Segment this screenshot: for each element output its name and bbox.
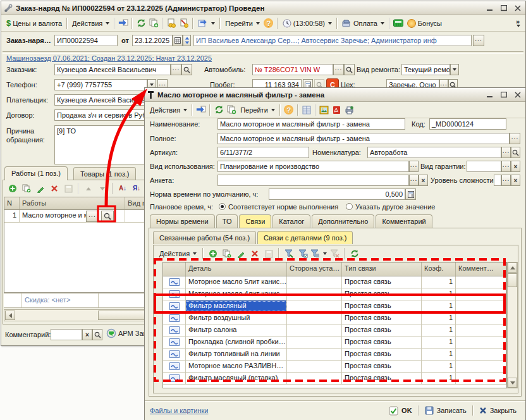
close-button[interactable]: Закрыть bbox=[475, 407, 520, 414]
work-open-search-icon[interactable] bbox=[101, 211, 114, 222]
radio-other-value-label[interactable]: Указать другое значение bbox=[355, 203, 435, 211]
calendar-icon[interactable] bbox=[173, 35, 183, 46]
add-row-icon[interactable] bbox=[207, 247, 219, 260]
col-comment[interactable]: Коммент… bbox=[456, 262, 506, 276]
filter-set-icon[interactable] bbox=[283, 247, 295, 260]
complexity-ellipsis-button[interactable] bbox=[501, 175, 511, 186]
organization-ellipsis-button[interactable] bbox=[473, 35, 484, 46]
scroll-down-icon[interactable] bbox=[508, 378, 517, 388]
comment-search-icon[interactable] bbox=[92, 329, 102, 340]
warranty-clear-icon[interactable]: × bbox=[511, 161, 520, 172]
nomenclature-ellipsis-button[interactable] bbox=[501, 147, 511, 158]
ok-button[interactable]: OK bbox=[385, 406, 416, 416]
dialog-tab[interactable]: Нормы времени bbox=[150, 214, 215, 228]
repair-type-dropdown-icon[interactable] bbox=[450, 64, 459, 75]
col-side[interactable]: Сторона уста… bbox=[287, 262, 342, 276]
end-edit-icon[interactable] bbox=[62, 182, 75, 195]
dialog-subtab[interactable]: Связи с деталями (9 поз.) bbox=[257, 231, 353, 244]
back-to-list-icon[interactable] bbox=[117, 17, 130, 30]
repair-type-select[interactable]: Текущий ремонт bbox=[401, 64, 450, 75]
dialog-tab[interactable]: ТО bbox=[216, 214, 238, 228]
customer-ellipsis-button[interactable] bbox=[171, 64, 181, 75]
links-table-row[interactable]: Моторное масло 4лит канис… Простая связь… bbox=[163, 288, 506, 300]
picture-icon[interactable] bbox=[318, 104, 331, 116]
add-row-icon[interactable] bbox=[6, 182, 19, 195]
complexity-clear-icon[interactable]: × bbox=[511, 175, 520, 186]
scroll-up-icon[interactable] bbox=[508, 262, 517, 273]
actions-menu-button[interactable]: Действия bbox=[70, 18, 112, 28]
dialog-subtab[interactable]: Связанные работы (54 поз.) bbox=[153, 231, 256, 244]
copy-row-icon[interactable] bbox=[20, 182, 33, 195]
help-icon[interactable]: ? bbox=[262, 17, 275, 30]
radio-matches-norm[interactable] bbox=[219, 203, 226, 210]
toolbar-overflow-icon[interactable]: » bbox=[513, 18, 523, 28]
sort-desc-icon[interactable]: Я↓ bbox=[130, 182, 143, 195]
links-vscrollbar[interactable] bbox=[507, 262, 518, 388]
filter-clear-icon[interactable] bbox=[328, 247, 341, 260]
copy-add-icon[interactable] bbox=[147, 17, 160, 30]
col-type[interactable]: Тип связи bbox=[342, 262, 422, 276]
label-print-icon[interactable] bbox=[343, 104, 356, 116]
links-table-row[interactable]: Фильтр масляный (вставка) Простая связь … bbox=[163, 373, 506, 385]
car-ellipsis-button[interactable] bbox=[333, 64, 344, 75]
filter-history-icon[interactable] bbox=[310, 249, 327, 258]
copy-add-icon[interactable] bbox=[225, 104, 238, 116]
post-document-icon[interactable] bbox=[165, 17, 178, 30]
history-link[interactable]: Машинозаезд 07.06.2021; Создан 23.12.202… bbox=[6, 54, 212, 62]
refresh-icon[interactable] bbox=[135, 17, 147, 30]
code-field[interactable]: _MD0000124 bbox=[429, 118, 506, 130]
questionnaire-field[interactable] bbox=[217, 175, 409, 186]
close-icon[interactable] bbox=[513, 90, 523, 99]
edit-row-icon[interactable] bbox=[34, 182, 47, 195]
links-table-row[interactable]: Прокладка (сливной пробки… Простая связь… bbox=[163, 337, 506, 349]
radio-other-value[interactable] bbox=[346, 203, 353, 210]
pdf-export-icon[interactable] bbox=[331, 104, 343, 116]
comment-clear-icon[interactable]: × bbox=[82, 329, 92, 340]
radio-matches-norm-label[interactable]: Соответствует норме выполнения bbox=[228, 203, 338, 211]
back-to-list-icon[interactable] bbox=[195, 104, 207, 116]
date-spinner[interactable] bbox=[183, 35, 191, 46]
comment-field[interactable] bbox=[51, 329, 82, 340]
links-table-row[interactable]: Фильтр топливный на линии Простая связь … bbox=[163, 349, 506, 361]
vscroll-thumb[interactable] bbox=[508, 273, 517, 287]
minimize-icon[interactable] bbox=[485, 90, 495, 99]
links-actions-button[interactable]: Действия bbox=[157, 249, 199, 259]
links-table-row[interactable]: Моторное масло 5лит канис… Простая связь… bbox=[163, 276, 506, 288]
customer-field[interactable]: Кузнецов Алексей Васильевич bbox=[54, 64, 171, 75]
tab-goods[interactable]: Товары (1 поз.) bbox=[73, 167, 136, 181]
dialog-tab[interactable]: Комментарий bbox=[376, 214, 432, 228]
print-output-button[interactable] bbox=[195, 18, 217, 29]
edit-row-icon[interactable] bbox=[235, 247, 247, 260]
links-table-row[interactable]: Фильтр салона Простая связь 1 bbox=[163, 324, 506, 337]
goto-menu-button[interactable]: Перейти bbox=[223, 18, 262, 28]
list-settings-icon[interactable] bbox=[300, 104, 313, 116]
delete-row-icon[interactable] bbox=[248, 247, 261, 260]
order-date-field[interactable]: 23.12.2025 bbox=[132, 35, 173, 46]
full-name-field[interactable]: Масло моторное и масляный фильтр - замен… bbox=[217, 133, 510, 144]
dialog-tab[interactable]: Дополнительно bbox=[312, 214, 374, 228]
links-table-row[interactable]: Моторное масло РАЗЛИВН… Простая связь 1 bbox=[163, 361, 506, 373]
questionnaire-ellipsis-button[interactable] bbox=[409, 175, 419, 186]
sort-asc-icon[interactable]: А↓ bbox=[116, 182, 129, 195]
minimize-icon[interactable] bbox=[485, 4, 495, 13]
car-search-icon[interactable] bbox=[344, 64, 355, 75]
dialog-tab[interactable]: Каталог bbox=[272, 214, 310, 228]
links-table-row[interactable]: Фильтр масляный Простая связь 1 bbox=[163, 300, 506, 312]
help-icon[interactable]: ? bbox=[283, 104, 295, 116]
save-button[interactable]: Записать bbox=[421, 406, 470, 415]
car-field[interactable]: № Т286СО71 VIN W bbox=[252, 64, 333, 75]
unpost-document-icon[interactable] bbox=[178, 17, 190, 30]
filter-quick-icon[interactable] bbox=[297, 247, 309, 260]
norm-time-field[interactable]: 0,500 bbox=[269, 188, 405, 200]
phone-icon[interactable] bbox=[392, 17, 405, 30]
delete-row-icon[interactable] bbox=[48, 182, 61, 195]
links-table-row[interactable]: Фильтр воздушный Простая связь 1 bbox=[163, 312, 506, 324]
prices-currency-button[interactable]: $ Цены и валюта bbox=[4, 17, 64, 29]
name-field[interactable]: Масло моторное и масляный фильтр - замен… bbox=[217, 118, 405, 130]
time-tracking-button[interactable]: (13:00:58) bbox=[280, 18, 334, 29]
end-edit-icon[interactable] bbox=[262, 247, 275, 260]
tab-works[interactable]: Работы (1 поз.) bbox=[4, 166, 68, 180]
warranty-ellipsis-button[interactable] bbox=[501, 161, 511, 172]
nomenclature-search-icon[interactable] bbox=[511, 147, 520, 158]
dialog-actions-button[interactable]: Действия bbox=[147, 105, 190, 115]
